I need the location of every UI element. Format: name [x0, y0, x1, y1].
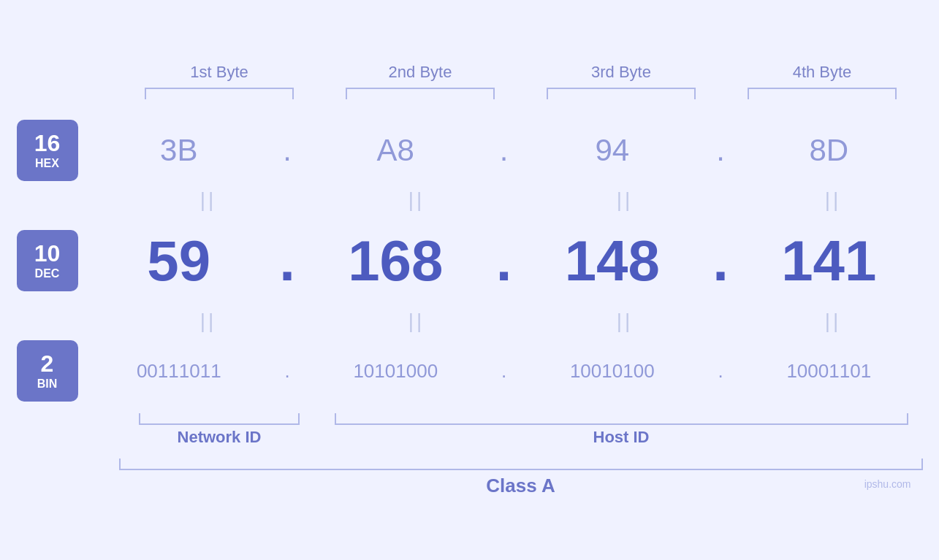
dec-badge: 10 DEC — [17, 230, 78, 291]
bin-badge-num: 2 — [41, 351, 54, 377]
dec-value-1: 59 — [147, 228, 210, 294]
bin-value-1: 00111011 — [137, 360, 221, 383]
bin-badge: 2 BIN — [17, 340, 78, 402]
hex-val-2: A8 — [302, 133, 490, 168]
dec-values-area: 59 . 168 . 148 . 141 — [85, 228, 923, 294]
byte-header-2: 2nd Byte — [320, 63, 521, 82]
dec-badge-label: DEC — [35, 267, 60, 280]
hex-badge: 16 HEX — [17, 120, 78, 181]
equals-row-2: || || || || — [119, 308, 923, 334]
host-id-cell: Host ID — [320, 428, 923, 447]
hex-value-2: A8 — [377, 133, 414, 168]
hex-dot-2: . — [490, 133, 519, 168]
hex-dot-1: . — [273, 133, 302, 168]
network-id-cell: Network ID — [119, 428, 320, 447]
eq2-3: || — [536, 310, 715, 333]
eq2-4: || — [744, 310, 923, 333]
eq1-4: || — [744, 188, 923, 212]
hex-badge-num: 16 — [34, 131, 61, 156]
network-id-label: Network ID — [178, 428, 262, 446]
hex-val-3: 94 — [519, 133, 707, 168]
dec-val-4: 141 — [735, 228, 923, 294]
dec-row: 10 DEC 59 . 168 . 148 . 141 — [17, 213, 923, 308]
hex-row: 16 HEX 3B . A8 . 94 . 8D — [17, 114, 923, 187]
dec-dot-3: . — [706, 228, 735, 294]
class-a-section: Class A — [119, 459, 923, 497]
bin-badge-label: BIN — [37, 377, 58, 391]
bracket-top-line-4 — [748, 88, 897, 99]
watermark: ipshu.com — [864, 478, 911, 490]
bracket-top-line-3 — [547, 88, 696, 99]
byte-header-4: 4th Byte — [722, 63, 923, 82]
bracket-top-line-1 — [145, 88, 294, 99]
bin-value-4: 10001101 — [786, 360, 871, 383]
class-a-label: Class A — [119, 475, 923, 497]
hex-value-3: 94 — [595, 133, 629, 168]
dec-val-2: 168 — [302, 228, 490, 294]
bin-value-2: 10101000 — [353, 360, 438, 383]
top-brackets — [119, 88, 923, 99]
host-id-label: Host ID — [593, 428, 650, 446]
bin-val-2: 10101000 — [302, 360, 490, 383]
eq1-1: || — [119, 188, 298, 212]
ip-diagram: 1st Byte 2nd Byte 3rd Byte 4th Byte 16 H… — [17, 63, 923, 497]
bin-value-3: 10010100 — [570, 360, 655, 383]
dec-value-4: 141 — [781, 228, 876, 294]
dec-value-3: 148 — [565, 228, 660, 294]
network-bracket-line — [139, 413, 300, 425]
hex-dot-3: . — [706, 133, 735, 168]
top-bracket-4 — [722, 88, 923, 99]
byte-header-3: 3rd Byte — [521, 63, 722, 82]
hex-value-4: 8D — [809, 133, 848, 168]
bin-val-3: 10010100 — [519, 360, 707, 383]
labels-row: Network ID Host ID — [119, 428, 923, 447]
dec-val-1: 59 — [85, 228, 273, 294]
hex-values-area: 3B . A8 . 94 . 8D — [85, 133, 923, 168]
hex-val-1: 3B — [85, 133, 273, 168]
dec-val-3: 148 — [519, 228, 707, 294]
bin-dot-3: . — [706, 360, 735, 383]
bottom-brackets-row — [119, 413, 923, 425]
network-bracket-wrap — [119, 413, 320, 425]
dec-dot-1: . — [273, 228, 302, 294]
host-bracket-wrap — [320, 413, 923, 425]
dec-badge-num: 10 — [34, 241, 61, 266]
bin-dot-2: . — [490, 360, 519, 383]
equals-row-1: || || || || — [119, 187, 923, 213]
bracket-top-line-2 — [346, 88, 495, 99]
bin-val-1: 00111011 — [85, 360, 273, 383]
eq2-1: || — [119, 310, 298, 333]
eq1-3: || — [536, 188, 715, 212]
bin-row: 2 BIN 00111011 . 10101000 . 10010100 . — [17, 334, 923, 407]
bin-val-4: 10001101 — [735, 360, 923, 383]
byte-headers-row: 1st Byte 2nd Byte 3rd Byte 4th Byte — [119, 63, 923, 82]
top-bracket-3 — [521, 88, 722, 99]
hex-value-1: 3B — [160, 133, 197, 168]
hex-val-4: 8D — [735, 133, 923, 168]
bin-dot-1: . — [273, 360, 302, 383]
bottom-section: Network ID Host ID — [119, 413, 923, 447]
class-a-bracket-line — [119, 459, 923, 470]
eq2-2: || — [327, 310, 506, 333]
host-bracket-line — [335, 413, 908, 425]
hex-badge-label: HEX — [35, 157, 59, 170]
top-bracket-2 — [320, 88, 521, 99]
dec-value-2: 168 — [348, 228, 443, 294]
eq1-2: || — [327, 188, 506, 212]
bin-values-area: 00111011 . 10101000 . 10010100 . 1000110… — [85, 360, 923, 383]
top-bracket-1 — [119, 88, 320, 99]
byte-header-1: 1st Byte — [119, 63, 320, 82]
dec-dot-2: . — [490, 228, 519, 294]
